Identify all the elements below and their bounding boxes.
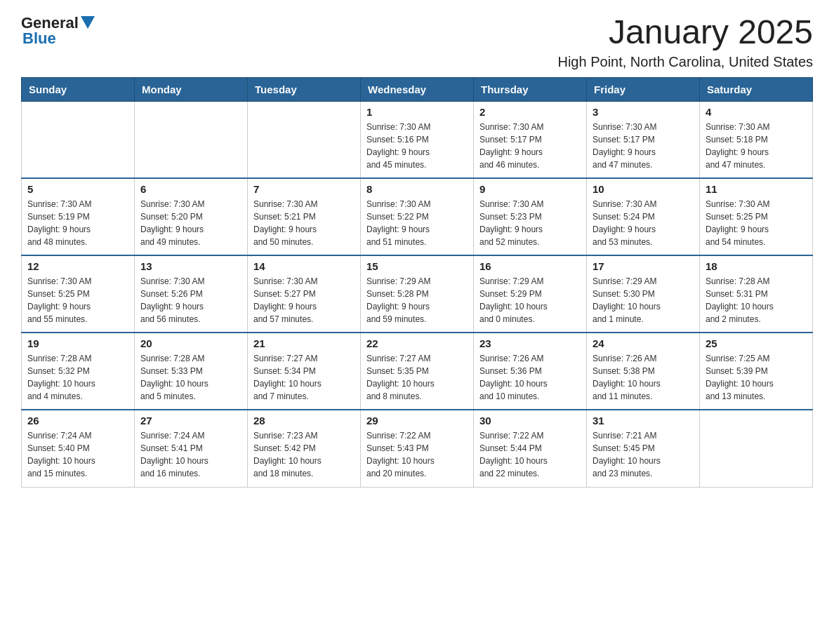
day-info: Sunrise: 7:30 AM Sunset: 5:17 PM Dayligh… <box>479 121 581 171</box>
day-info: Sunrise: 7:26 AM Sunset: 5:38 PM Dayligh… <box>593 352 694 403</box>
calendar-day-header-monday: Monday <box>135 77 248 101</box>
day-info: Sunrise: 7:29 AM Sunset: 5:28 PM Dayligh… <box>366 275 468 326</box>
title-area: January 2025 High Point, North Carolina,… <box>557 14 813 70</box>
day-info: Sunrise: 7:22 AM Sunset: 5:43 PM Dayligh… <box>366 429 468 480</box>
day-number: 30 <box>479 415 581 427</box>
calendar-cell: 2Sunrise: 7:30 AM Sunset: 5:17 PM Daylig… <box>474 101 587 178</box>
calendar-cell: 17Sunrise: 7:29 AM Sunset: 5:30 PM Dayli… <box>587 255 700 333</box>
day-number: 25 <box>706 337 807 349</box>
day-number: 27 <box>140 415 241 427</box>
calendar-day-header-tuesday: Tuesday <box>248 77 361 101</box>
calendar-cell: 11Sunrise: 7:30 AM Sunset: 5:25 PM Dayli… <box>700 178 813 255</box>
calendar-cell: 16Sunrise: 7:29 AM Sunset: 5:29 PM Dayli… <box>474 255 587 333</box>
calendar-cell <box>248 101 361 178</box>
day-info: Sunrise: 7:23 AM Sunset: 5:42 PM Dayligh… <box>253 429 355 480</box>
day-number: 3 <box>593 106 694 118</box>
calendar-week-row: 19Sunrise: 7:28 AM Sunset: 5:32 PM Dayli… <box>22 333 813 410</box>
day-number: 15 <box>366 260 468 272</box>
day-info: Sunrise: 7:27 AM Sunset: 5:35 PM Dayligh… <box>366 352 468 403</box>
day-number: 28 <box>253 415 355 427</box>
day-info: Sunrise: 7:30 AM Sunset: 5:24 PM Dayligh… <box>593 198 694 248</box>
day-info: Sunrise: 7:22 AM Sunset: 5:44 PM Dayligh… <box>479 429 581 480</box>
day-info: Sunrise: 7:24 AM Sunset: 5:41 PM Dayligh… <box>140 429 241 480</box>
calendar-cell: 7Sunrise: 7:30 AM Sunset: 5:21 PM Daylig… <box>248 178 361 255</box>
day-info: Sunrise: 7:28 AM Sunset: 5:33 PM Dayligh… <box>140 352 241 403</box>
calendar-week-row: 12Sunrise: 7:30 AM Sunset: 5:25 PM Dayli… <box>22 255 813 333</box>
day-number: 4 <box>706 106 807 118</box>
day-number: 12 <box>27 260 128 272</box>
day-info: Sunrise: 7:26 AM Sunset: 5:36 PM Dayligh… <box>479 352 581 403</box>
calendar-cell: 5Sunrise: 7:30 AM Sunset: 5:19 PM Daylig… <box>22 178 135 255</box>
logo: General Blue <box>21 14 95 48</box>
day-number: 14 <box>253 260 355 272</box>
calendar-cell: 24Sunrise: 7:26 AM Sunset: 5:38 PM Dayli… <box>587 333 700 410</box>
calendar-day-header-friday: Friday <box>587 77 700 101</box>
calendar-cell: 29Sunrise: 7:22 AM Sunset: 5:43 PM Dayli… <box>361 410 474 487</box>
day-info: Sunrise: 7:25 AM Sunset: 5:39 PM Dayligh… <box>706 352 807 403</box>
day-number: 1 <box>366 106 468 118</box>
calendar-cell: 10Sunrise: 7:30 AM Sunset: 5:24 PM Dayli… <box>587 178 700 255</box>
day-number: 20 <box>140 337 241 349</box>
day-info: Sunrise: 7:30 AM Sunset: 5:26 PM Dayligh… <box>140 275 241 326</box>
day-number: 22 <box>366 337 468 349</box>
calendar-cell: 14Sunrise: 7:30 AM Sunset: 5:27 PM Dayli… <box>248 255 361 333</box>
calendar-day-header-sunday: Sunday <box>22 77 135 101</box>
logo-arrow-icon <box>81 16 95 29</box>
calendar-cell: 21Sunrise: 7:27 AM Sunset: 5:34 PM Dayli… <box>248 333 361 410</box>
calendar-cell: 31Sunrise: 7:21 AM Sunset: 5:45 PM Dayli… <box>587 410 700 487</box>
day-number: 6 <box>140 183 241 195</box>
calendar-cell: 18Sunrise: 7:28 AM Sunset: 5:31 PM Dayli… <box>700 255 813 333</box>
calendar-cell: 28Sunrise: 7:23 AM Sunset: 5:42 PM Dayli… <box>248 410 361 487</box>
day-number: 9 <box>479 183 581 195</box>
day-info: Sunrise: 7:30 AM Sunset: 5:18 PM Dayligh… <box>706 121 807 171</box>
day-number: 5 <box>27 183 128 195</box>
calendar-week-row: 1Sunrise: 7:30 AM Sunset: 5:16 PM Daylig… <box>22 101 813 178</box>
day-info: Sunrise: 7:30 AM Sunset: 5:22 PM Dayligh… <box>366 198 468 248</box>
day-info: Sunrise: 7:24 AM Sunset: 5:40 PM Dayligh… <box>27 429 128 480</box>
calendar-cell: 8Sunrise: 7:30 AM Sunset: 5:22 PM Daylig… <box>361 178 474 255</box>
day-number: 18 <box>706 260 807 272</box>
calendar-cell <box>22 101 135 178</box>
calendar-day-header-thursday: Thursday <box>474 77 587 101</box>
calendar-day-header-wednesday: Wednesday <box>361 77 474 101</box>
day-number: 21 <box>253 337 355 349</box>
calendar-cell: 19Sunrise: 7:28 AM Sunset: 5:32 PM Dayli… <box>22 333 135 410</box>
day-number: 13 <box>140 260 241 272</box>
day-number: 29 <box>366 415 468 427</box>
day-info: Sunrise: 7:30 AM Sunset: 5:20 PM Dayligh… <box>140 198 241 248</box>
location-title: High Point, North Carolina, United State… <box>557 54 813 70</box>
day-info: Sunrise: 7:30 AM Sunset: 5:23 PM Dayligh… <box>479 198 581 248</box>
day-number: 16 <box>479 260 581 272</box>
calendar-cell: 25Sunrise: 7:25 AM Sunset: 5:39 PM Dayli… <box>700 333 813 410</box>
day-number: 31 <box>593 415 694 427</box>
day-info: Sunrise: 7:30 AM Sunset: 5:21 PM Dayligh… <box>253 198 355 248</box>
day-info: Sunrise: 7:30 AM Sunset: 5:25 PM Dayligh… <box>706 198 807 248</box>
calendar-cell: 20Sunrise: 7:28 AM Sunset: 5:33 PM Dayli… <box>135 333 248 410</box>
calendar-cell: 6Sunrise: 7:30 AM Sunset: 5:20 PM Daylig… <box>135 178 248 255</box>
day-info: Sunrise: 7:27 AM Sunset: 5:34 PM Dayligh… <box>253 352 355 403</box>
day-number: 17 <box>593 260 694 272</box>
calendar-cell: 9Sunrise: 7:30 AM Sunset: 5:23 PM Daylig… <box>474 178 587 255</box>
calendar-header-row: SundayMondayTuesdayWednesdayThursdayFrid… <box>22 77 813 101</box>
day-number: 26 <box>27 415 128 427</box>
day-info: Sunrise: 7:21 AM Sunset: 5:45 PM Dayligh… <box>593 429 694 480</box>
calendar-week-row: 26Sunrise: 7:24 AM Sunset: 5:40 PM Dayli… <box>22 410 813 487</box>
header: General Blue January 2025 High Point, No… <box>21 14 813 70</box>
day-info: Sunrise: 7:29 AM Sunset: 5:30 PM Dayligh… <box>593 275 694 326</box>
svg-marker-0 <box>81 16 95 29</box>
day-info: Sunrise: 7:28 AM Sunset: 5:31 PM Dayligh… <box>706 275 807 326</box>
logo-blue-text: Blue <box>22 29 56 48</box>
day-info: Sunrise: 7:30 AM Sunset: 5:25 PM Dayligh… <box>27 275 128 326</box>
calendar-cell: 13Sunrise: 7:30 AM Sunset: 5:26 PM Dayli… <box>135 255 248 333</box>
calendar-cell: 27Sunrise: 7:24 AM Sunset: 5:41 PM Dayli… <box>135 410 248 487</box>
day-info: Sunrise: 7:30 AM Sunset: 5:19 PM Dayligh… <box>27 198 128 248</box>
calendar-day-header-saturday: Saturday <box>700 77 813 101</box>
day-number: 10 <box>593 183 694 195</box>
calendar-cell: 4Sunrise: 7:30 AM Sunset: 5:18 PM Daylig… <box>700 101 813 178</box>
day-number: 23 <box>479 337 581 349</box>
calendar-cell: 3Sunrise: 7:30 AM Sunset: 5:17 PM Daylig… <box>587 101 700 178</box>
calendar-cell: 26Sunrise: 7:24 AM Sunset: 5:40 PM Dayli… <box>22 410 135 487</box>
day-number: 24 <box>593 337 694 349</box>
calendar-cell: 30Sunrise: 7:22 AM Sunset: 5:44 PM Dayli… <box>474 410 587 487</box>
day-info: Sunrise: 7:30 AM Sunset: 5:16 PM Dayligh… <box>366 121 468 171</box>
